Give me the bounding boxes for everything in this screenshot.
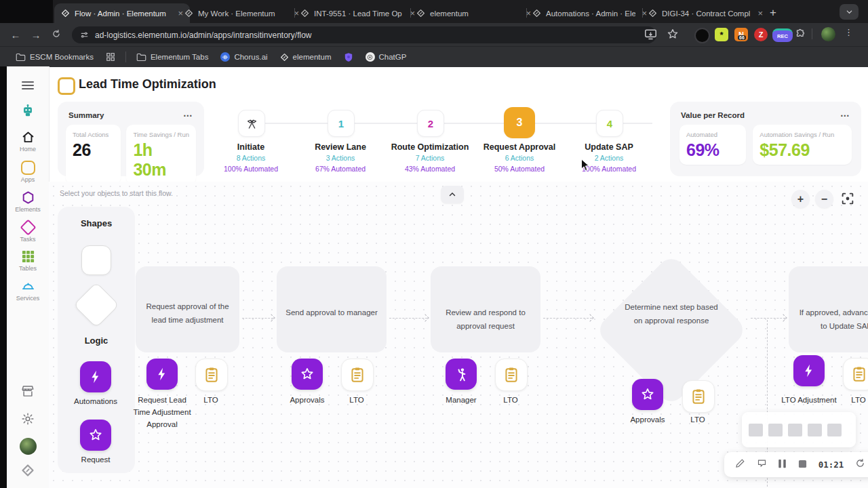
bookmark-apps-grid-icon[interactable] — [100, 47, 121, 67]
bookmark-chorus[interactable]: Chorus.ai — [214, 47, 273, 67]
tab-automations-admin[interactable]: Automations · Admin · Ele × — [526, 3, 654, 23]
pause-icon — [778, 459, 787, 468]
chatgpt-icon — [366, 52, 375, 62]
step-label[interactable]: Route Optimization — [379, 142, 481, 152]
bookmark-star-icon[interactable] — [667, 28, 679, 43]
screen-share-icon[interactable] — [644, 28, 657, 43]
elementum-logo-icon — [532, 9, 541, 18]
step-initiate-icon-box[interactable] — [238, 110, 265, 137]
bookmark-chatgpt[interactable]: ChatGP — [359, 47, 413, 67]
recorder-stop-button[interactable] — [798, 459, 807, 471]
step-label[interactable]: Initiate — [200, 142, 302, 152]
sidebar-item-tables[interactable]: Tables — [7, 248, 49, 272]
fit-screen-button[interactable] — [840, 191, 855, 209]
clipboard-icon — [203, 366, 220, 384]
summary-more-button[interactable]: ⋯ — [183, 110, 193, 121]
assistant-robot-icon[interactable] — [7, 103, 49, 119]
step-label[interactable]: Request Approval — [469, 142, 570, 152]
tab-search-chevron-button[interactable] — [840, 4, 859, 20]
node-automation-tile[interactable] — [146, 359, 178, 390]
sidebar-item-label: Tables — [19, 265, 37, 272]
refresh-icon — [52, 29, 61, 39]
window-edge — [0, 0, 53, 23]
palette-request-tile[interactable] — [80, 420, 111, 451]
refresh-button[interactable] — [46, 29, 66, 41]
recorder-pencil-button[interactable] — [735, 458, 745, 471]
sidebar-item-apps[interactable]: Apps — [7, 159, 49, 183]
tab-int-9551[interactable]: INT-9551 · Lead Time Op × — [294, 3, 422, 23]
marketplace-store-icon[interactable] — [7, 385, 49, 399]
metric-value: 1h 30m — [133, 140, 189, 180]
flow-arrow — [751, 318, 785, 319]
extension-badge: 66 — [738, 35, 746, 40]
tab-label: My Work · Elementum — [198, 9, 288, 18]
extensions-puzzle-icon[interactable] — [795, 28, 806, 43]
step-review-lane-number[interactable]: 1 — [328, 110, 355, 137]
sidebar-item-tasks[interactable]: Tasks — [7, 219, 49, 243]
metric-label: Automated — [686, 131, 739, 138]
tab-my-work[interactable]: My Work · Elementum × — [178, 3, 306, 23]
user-avatar[interactable] — [20, 438, 37, 455]
lightning-icon — [155, 367, 170, 382]
step-route-optimization-number[interactable]: 2 — [417, 110, 444, 137]
n-extension-icon[interactable]: N 66 — [734, 28, 748, 41]
settings-gear-icon[interactable] — [7, 412, 49, 427]
zoom-out-button[interactable]: − — [815, 190, 833, 208]
sidebar-item-services[interactable]: Services — [7, 278, 49, 302]
node-table-tile[interactable] — [341, 359, 374, 391]
recorder-pause-button[interactable] — [778, 459, 787, 471]
tab-elementum[interactable]: elementum × — [410, 3, 538, 23]
mouse-cursor — [580, 159, 591, 175]
clipboard-icon — [502, 366, 520, 384]
browser-menu-dots-icon[interactable]: ⋮ — [844, 27, 853, 37]
address-bar[interactable]: ad-logistics.elementum.io/admin/apps/int… — [72, 26, 656, 43]
collapse-header-button[interactable] — [441, 186, 464, 203]
bookmark-elementum-tabs-folder[interactable]: Elementum Tabs — [130, 47, 214, 67]
tab-flow-admin[interactable]: Flow · Admin · Elementum × — [54, 3, 190, 23]
palette-square-shape[interactable] — [81, 245, 111, 275]
apps-icon — [7, 159, 49, 176]
sidebar-item-elements[interactable]: Elements — [7, 189, 49, 213]
recorder-note-button[interactable] — [757, 458, 767, 471]
step-actions: 6 Actions — [469, 154, 570, 162]
zoom-in-button[interactable]: + — [791, 190, 810, 208]
recorder-control-bar: 01:21 — [724, 452, 868, 477]
sidebar-item-label: Tasks — [20, 236, 35, 243]
profile-avatar[interactable] — [821, 27, 835, 41]
bookmark-escm-folder[interactable]: ESCM Bookmarks — [9, 47, 100, 67]
asterisk-extension-icon[interactable]: * — [715, 28, 728, 41]
node-manager-tile[interactable] — [446, 359, 477, 390]
node-table-tile[interactable] — [843, 358, 868, 390]
sidebar-item-home[interactable]: Home — [7, 129, 49, 152]
node-approvals-tile[interactable] — [632, 379, 663, 410]
palette-automations-tile[interactable] — [80, 361, 111, 392]
node-table-tile[interactable] — [495, 359, 528, 391]
recorder-restart-button[interactable] — [855, 458, 865, 471]
bookmark-elementum[interactable]: elementum — [274, 47, 338, 67]
clipboard-icon — [850, 365, 868, 383]
sidebar-menu-button[interactable] — [7, 79, 49, 92]
back-button[interactable]: ← — [5, 29, 26, 41]
node-table-tile[interactable] — [682, 380, 715, 413]
step-label[interactable]: Review Lane — [290, 142, 391, 152]
tab-digi-34[interactable]: DIGI-34 · Contract Compl × — [642, 3, 770, 23]
node-tile-label: LTO — [829, 394, 868, 407]
forward-button[interactable]: → — [26, 29, 46, 41]
vpr-more-button[interactable]: ⋯ — [840, 110, 850, 121]
url-text: ad-logistics.elementum.io/admin/apps/int… — [95, 30, 311, 40]
elementum-logo-icon — [648, 9, 657, 18]
step-label[interactable]: Update SAP — [558, 142, 660, 152]
bookmark-shield[interactable] — [338, 47, 359, 67]
new-tab-button[interactable]: + — [765, 5, 781, 21]
step-update-sap-number[interactable]: 4 — [596, 110, 623, 137]
step-request-approval-number[interactable]: 3 — [504, 107, 535, 138]
z-extension-icon[interactable]: Z — [754, 28, 768, 41]
metric-label: Automation Savings / Run — [760, 131, 845, 138]
node-automation-tile[interactable] — [793, 355, 825, 386]
rec-extension-icon[interactable]: REC — [772, 28, 793, 42]
sidebar-item-label: Home — [20, 146, 36, 152]
tab-close-icon[interactable]: × — [756, 8, 764, 18]
node-approvals-tile[interactable] — [292, 359, 323, 390]
circle-extension-icon[interactable] — [694, 28, 710, 43]
node-table-tile[interactable] — [195, 359, 228, 391]
